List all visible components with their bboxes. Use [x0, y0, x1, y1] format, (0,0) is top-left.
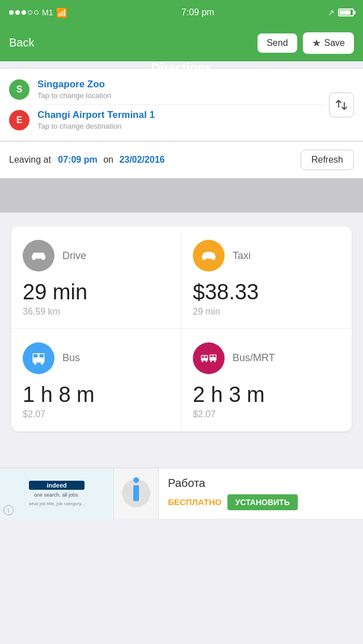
- busmrt-main: 2 h 3 m: [193, 383, 340, 407]
- ad-install-button[interactable]: УСТАНОВИТЬ: [227, 494, 298, 510]
- map-area: [0, 179, 363, 213]
- svg-rect-15: [205, 356, 207, 358]
- dot-1: [9, 10, 14, 15]
- leaving-bar: Leaving at 07:09 pm on 23/02/2016 Refres…: [0, 141, 363, 179]
- origin-letter: S: [16, 84, 23, 95]
- ad-icon-dot: [133, 477, 139, 483]
- nav-actions: Send ★ Save: [258, 32, 354, 54]
- dot-5: [34, 10, 39, 15]
- save-button[interactable]: ★ Save: [303, 32, 354, 54]
- battery-fill: [340, 10, 351, 15]
- busmrt-icon: [200, 350, 217, 367]
- destination-name: Changi Airport Terminal 1: [37, 109, 155, 121]
- bus-label: Bus: [62, 352, 80, 364]
- taxi-header: Taxi: [193, 240, 340, 272]
- bottom-spacer: [0, 445, 363, 468]
- status-bar: M1 📶 7:09 pm ↗: [0, 0, 363, 25]
- send-button[interactable]: Send: [258, 33, 297, 53]
- busmrt-header: Bus/MRT: [193, 342, 340, 374]
- busmrt-sub: $2.07: [193, 409, 340, 420]
- svg-point-0: [33, 257, 36, 260]
- origin-row[interactable]: S Singapore Zoo Tap to change location: [9, 74, 323, 104]
- star-icon: ★: [312, 37, 321, 49]
- bus-icon: [30, 350, 47, 367]
- drive-main: 29 min: [23, 281, 170, 304]
- swap-icon: [335, 98, 348, 112]
- leaving-time: 07:09 pm: [58, 155, 97, 164]
- svg-point-21: [210, 361, 212, 362]
- busmrt-cell[interactable]: Bus/MRT 2 h 3 m $2.07: [182, 329, 352, 431]
- taxi-sub: 29 min: [193, 307, 340, 317]
- refresh-button[interactable]: Refresh: [301, 150, 354, 170]
- bus-header: Bus: [23, 342, 170, 374]
- taxi-label: Taxi: [233, 250, 251, 262]
- svg-point-5: [212, 257, 214, 260]
- bus-cell[interactable]: Bus 1 h 8 m $2.07: [11, 329, 182, 431]
- ad-left: indeed one search. all jobs. what job ti…: [0, 468, 113, 519]
- nav-bar: Back Directions Send ★ Save: [0, 25, 363, 61]
- ad-actions: БЕСПЛАТНО УСТАНОВИТЬ: [168, 494, 354, 510]
- leaving-prefix: Leaving at: [9, 155, 51, 164]
- status-time: 7:09 pm: [182, 7, 214, 18]
- dot-2: [15, 10, 20, 15]
- svg-rect-2: [35, 254, 38, 256]
- bus-main: 1 h 8 m: [23, 383, 170, 407]
- svg-point-17: [206, 361, 208, 362]
- ad-title: Работа: [168, 477, 354, 490]
- indeed-logo: indeed: [29, 481, 85, 490]
- dot-4: [28, 10, 32, 15]
- svg-rect-3: [40, 254, 43, 256]
- svg-point-22: [214, 361, 216, 362]
- signal-dots: [9, 10, 39, 15]
- taxi-cell[interactable]: Taxi $38.33 29 min: [182, 226, 352, 329]
- taxi-main: $38.33: [193, 281, 340, 304]
- ad-right: Работа БЕСПЛАТНО УСТАНОВИТЬ: [159, 470, 363, 517]
- busmrt-label: Bus/MRT: [233, 352, 275, 364]
- svg-point-16: [202, 361, 204, 362]
- transport-grid: Drive 29 min 36.59 km Taxi $38.33 29 mi: [11, 226, 352, 431]
- destination-icon: E: [9, 110, 29, 130]
- ad-info-button[interactable]: i: [3, 505, 14, 515]
- location-rows: S Singapore Zoo Tap to change location E…: [9, 74, 323, 135]
- drive-label: Drive: [62, 250, 86, 262]
- svg-rect-14: [202, 356, 204, 358]
- svg-rect-8: [33, 354, 38, 357]
- drive-header: Drive: [23, 240, 170, 272]
- wifi-icon: 📶: [56, 7, 67, 18]
- location-row-origin[interactable]: S Singapore Zoo Tap to change location E…: [0, 69, 363, 141]
- origin-name: Singapore Zoo: [37, 79, 111, 90]
- leaving-date: 23/02/2016: [119, 155, 164, 164]
- drive-icon-circle: [23, 240, 54, 272]
- car-icon: [30, 247, 47, 264]
- ad-free-label: БЕСПЛАТНО: [168, 497, 222, 507]
- taxi-icon: [200, 247, 217, 264]
- destination-text: Changi Airport Terminal 1 Tap to change …: [37, 109, 155, 130]
- dot-3: [22, 10, 26, 15]
- leaving-text: Leaving at 07:09 pm on 23/02/2016: [9, 155, 164, 165]
- drive-sub: 36.59 km: [23, 307, 170, 317]
- ad-icon-shape: [133, 485, 139, 501]
- ad-middle: [113, 468, 159, 519]
- destination-row[interactable]: E Changi Airport Terminal 1 Tap to chang…: [9, 105, 323, 135]
- destination-letter: E: [16, 115, 23, 125]
- bus-sub: $2.07: [23, 409, 170, 420]
- svg-rect-10: [33, 361, 45, 362]
- battery-icon: [338, 9, 354, 16]
- drive-cell[interactable]: Drive 29 min 36.59 km: [11, 226, 182, 329]
- back-button[interactable]: Back: [9, 36, 34, 49]
- leaving-on: on: [103, 155, 113, 164]
- svg-rect-19: [210, 355, 213, 357]
- taxi-icon-circle: [193, 240, 225, 272]
- origin-text: Singapore Zoo Tap to change location: [37, 79, 111, 100]
- origin-icon: S: [9, 79, 29, 100]
- svg-rect-6: [206, 252, 212, 253]
- ad-indeed-content: indeed one search. all jobs. what job ti…: [24, 476, 90, 511]
- busmrt-icon-circle: [193, 342, 225, 374]
- indeed-detail: what job title, job category...: [29, 501, 85, 506]
- svg-point-4: [203, 257, 206, 260]
- swap-button[interactable]: [329, 92, 354, 117]
- svg-point-11: [34, 362, 37, 365]
- indeed-tagline: one search. all jobs.: [29, 492, 85, 498]
- svg-point-1: [41, 257, 44, 260]
- status-bar-right: ↗: [328, 8, 354, 17]
